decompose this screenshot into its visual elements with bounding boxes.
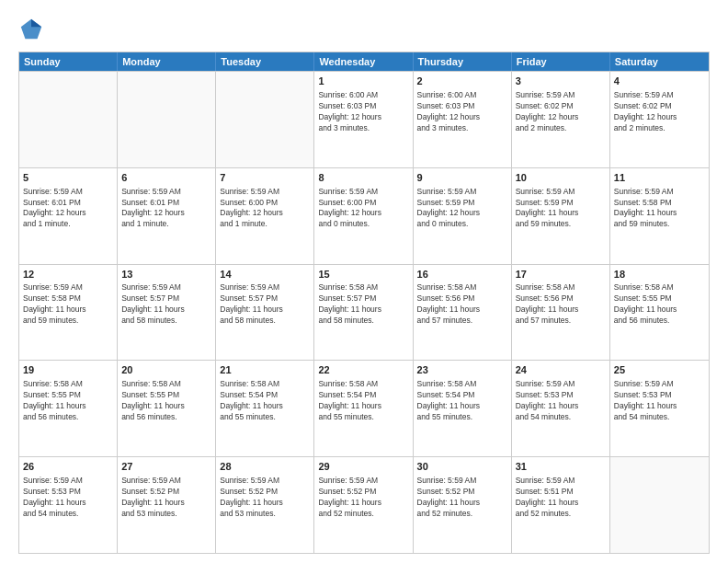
- cal-header-wednesday: Wednesday: [314, 52, 413, 71]
- day-number: 23: [417, 363, 507, 377]
- cal-cell-9: 9Sunrise: 5:59 AM Sunset: 5:59 PM Daylig…: [414, 168, 512, 264]
- calendar: SundayMondayTuesdayWednesdayThursdayFrid…: [18, 52, 710, 554]
- day-info: Sunrise: 5:59 AM Sunset: 6:02 PM Dayligh…: [614, 90, 705, 134]
- day-info: Sunrise: 5:58 AM Sunset: 5:55 PM Dayligh…: [121, 379, 211, 423]
- day-number: 13: [121, 268, 211, 282]
- day-number: 2: [417, 75, 507, 88]
- cal-cell-4: 4Sunrise: 5:59 AM Sunset: 6:02 PM Daylig…: [610, 72, 709, 167]
- cal-cell-31: 31Sunrise: 5:59 AM Sunset: 5:51 PM Dayli…: [512, 457, 610, 553]
- day-info: Sunrise: 5:59 AM Sunset: 5:52 PM Dayligh…: [220, 476, 310, 520]
- day-info: Sunrise: 5:59 AM Sunset: 5:58 PM Dayligh…: [614, 187, 705, 231]
- cal-row-2: 12Sunrise: 5:59 AM Sunset: 5:58 PM Dayli…: [19, 264, 709, 361]
- day-number: 1: [318, 75, 408, 88]
- day-number: 14: [220, 268, 310, 282]
- day-number: 29: [318, 460, 408, 474]
- cal-cell-13: 13Sunrise: 5:59 AM Sunset: 5:57 PM Dayli…: [118, 265, 216, 361]
- day-info: Sunrise: 5:59 AM Sunset: 5:52 PM Dayligh…: [417, 476, 507, 520]
- day-info: Sunrise: 5:59 AM Sunset: 6:00 PM Dayligh…: [318, 187, 408, 231]
- cal-cell-26: 26Sunrise: 5:59 AM Sunset: 5:53 PM Dayli…: [19, 457, 118, 553]
- day-number: 8: [318, 171, 408, 185]
- cal-header-tuesday: Tuesday: [216, 52, 314, 71]
- day-number: 10: [516, 171, 606, 185]
- svg-marker-1: [31, 19, 41, 27]
- day-info: Sunrise: 5:59 AM Sunset: 5:59 PM Dayligh…: [417, 187, 507, 231]
- cal-cell-20: 20Sunrise: 5:58 AM Sunset: 5:55 PM Dayli…: [118, 361, 216, 456]
- day-number: 11: [614, 171, 705, 185]
- cal-cell-8: 8Sunrise: 5:59 AM Sunset: 6:00 PM Daylig…: [314, 168, 413, 264]
- day-number: 20: [121, 363, 211, 377]
- cal-cell-11: 11Sunrise: 5:59 AM Sunset: 5:58 PM Dayli…: [610, 168, 709, 264]
- day-number: 5: [23, 171, 113, 185]
- day-number: 18: [614, 268, 705, 282]
- day-info: Sunrise: 5:58 AM Sunset: 5:57 PM Dayligh…: [318, 282, 408, 327]
- day-number: 26: [23, 460, 113, 474]
- day-info: Sunrise: 5:59 AM Sunset: 5:57 PM Dayligh…: [121, 282, 211, 327]
- day-number: 3: [516, 75, 606, 88]
- day-info: Sunrise: 6:00 AM Sunset: 6:03 PM Dayligh…: [318, 90, 408, 134]
- calendar-body: 1Sunrise: 6:00 AM Sunset: 6:03 PM Daylig…: [19, 71, 709, 553]
- page: SundayMondayTuesdayWednesdayThursdayFrid…: [0, 0, 728, 563]
- day-info: Sunrise: 5:59 AM Sunset: 5:57 PM Dayligh…: [220, 282, 310, 327]
- cal-cell-16: 16Sunrise: 5:58 AM Sunset: 5:56 PM Dayli…: [414, 265, 512, 361]
- cal-cell-empty: [216, 72, 314, 167]
- day-info: Sunrise: 5:58 AM Sunset: 5:56 PM Dayligh…: [417, 282, 507, 327]
- day-info: Sunrise: 5:59 AM Sunset: 5:51 PM Dayligh…: [516, 476, 606, 520]
- cal-row-0: 1Sunrise: 6:00 AM Sunset: 6:03 PM Daylig…: [19, 71, 709, 167]
- cal-header-sunday: Sunday: [19, 52, 118, 71]
- day-info: Sunrise: 5:59 AM Sunset: 6:00 PM Dayligh…: [220, 187, 310, 231]
- day-info: Sunrise: 5:58 AM Sunset: 5:56 PM Dayligh…: [516, 282, 606, 327]
- cal-cell-27: 27Sunrise: 5:59 AM Sunset: 5:52 PM Dayli…: [118, 457, 216, 553]
- cal-cell-empty: [118, 72, 216, 167]
- day-number: 22: [318, 363, 408, 377]
- cal-header-monday: Monday: [118, 52, 216, 71]
- cal-cell-empty: [19, 72, 118, 167]
- cal-cell-3: 3Sunrise: 5:59 AM Sunset: 6:02 PM Daylig…: [512, 72, 610, 167]
- day-info: Sunrise: 5:59 AM Sunset: 6:01 PM Dayligh…: [23, 187, 113, 231]
- day-info: Sunrise: 5:59 AM Sunset: 5:58 PM Dayligh…: [23, 282, 113, 327]
- day-number: 4: [614, 75, 705, 88]
- cal-cell-12: 12Sunrise: 5:59 AM Sunset: 5:58 PM Dayli…: [19, 265, 118, 361]
- day-number: 30: [417, 460, 507, 474]
- cal-cell-17: 17Sunrise: 5:58 AM Sunset: 5:56 PM Dayli…: [512, 265, 610, 361]
- day-number: 19: [23, 363, 113, 377]
- cal-cell-14: 14Sunrise: 5:59 AM Sunset: 5:57 PM Dayli…: [216, 265, 314, 361]
- cal-cell-5: 5Sunrise: 5:59 AM Sunset: 6:01 PM Daylig…: [19, 168, 118, 264]
- cal-header-thursday: Thursday: [414, 52, 512, 71]
- cal-cell-25: 25Sunrise: 5:59 AM Sunset: 5:53 PM Dayli…: [610, 361, 709, 456]
- calendar-header: SundayMondayTuesdayWednesdayThursdayFrid…: [19, 52, 709, 71]
- day-info: Sunrise: 5:59 AM Sunset: 5:52 PM Dayligh…: [318, 476, 408, 520]
- cal-header-saturday: Saturday: [610, 52, 709, 71]
- cal-cell-30: 30Sunrise: 5:59 AM Sunset: 5:52 PM Dayli…: [414, 457, 512, 553]
- day-number: 17: [516, 268, 606, 282]
- day-info: Sunrise: 5:59 AM Sunset: 5:53 PM Dayligh…: [23, 476, 113, 520]
- cal-cell-23: 23Sunrise: 5:58 AM Sunset: 5:54 PM Dayli…: [414, 361, 512, 456]
- cal-row-3: 19Sunrise: 5:58 AM Sunset: 5:55 PM Dayli…: [19, 360, 709, 456]
- header: [18, 17, 710, 42]
- cal-cell-7: 7Sunrise: 5:59 AM Sunset: 6:00 PM Daylig…: [216, 168, 314, 264]
- day-number: 7: [220, 171, 310, 185]
- day-info: Sunrise: 5:58 AM Sunset: 5:55 PM Dayligh…: [23, 379, 113, 423]
- cal-cell-28: 28Sunrise: 5:59 AM Sunset: 5:52 PM Dayli…: [216, 457, 314, 553]
- day-info: Sunrise: 5:59 AM Sunset: 6:01 PM Dayligh…: [121, 187, 211, 231]
- cal-cell-empty: [610, 457, 709, 553]
- day-number: 25: [614, 363, 705, 377]
- cal-cell-22: 22Sunrise: 5:58 AM Sunset: 5:54 PM Dayli…: [314, 361, 413, 456]
- day-info: Sunrise: 5:58 AM Sunset: 5:54 PM Dayligh…: [220, 379, 310, 423]
- day-number: 16: [417, 268, 507, 282]
- cal-cell-21: 21Sunrise: 5:58 AM Sunset: 5:54 PM Dayli…: [216, 361, 314, 456]
- day-number: 27: [121, 460, 211, 474]
- day-info: Sunrise: 5:59 AM Sunset: 5:53 PM Dayligh…: [614, 379, 705, 423]
- day-info: Sunrise: 5:58 AM Sunset: 5:54 PM Dayligh…: [318, 379, 408, 423]
- cal-cell-29: 29Sunrise: 5:59 AM Sunset: 5:52 PM Dayli…: [314, 457, 413, 553]
- cal-cell-18: 18Sunrise: 5:58 AM Sunset: 5:55 PM Dayli…: [610, 265, 709, 361]
- day-info: Sunrise: 5:59 AM Sunset: 5:52 PM Dayligh…: [121, 476, 211, 520]
- day-number: 6: [121, 171, 211, 185]
- day-number: 31: [516, 460, 606, 474]
- day-info: Sunrise: 6:00 AM Sunset: 6:03 PM Dayligh…: [417, 90, 507, 134]
- day-number: 24: [516, 363, 606, 377]
- cal-cell-10: 10Sunrise: 5:59 AM Sunset: 5:59 PM Dayli…: [512, 168, 610, 264]
- day-number: 21: [220, 363, 310, 377]
- logo-icon: [18, 17, 44, 42]
- day-info: Sunrise: 5:58 AM Sunset: 5:54 PM Dayligh…: [417, 379, 507, 423]
- cal-row-4: 26Sunrise: 5:59 AM Sunset: 5:53 PM Dayli…: [19, 456, 709, 553]
